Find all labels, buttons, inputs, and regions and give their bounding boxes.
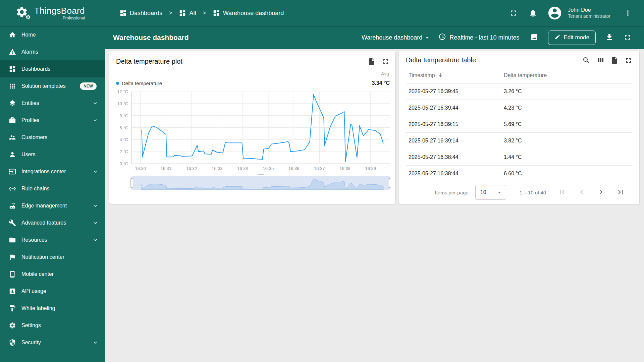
sidebar-item-mobile-center[interactable]: Mobile center — [0, 265, 105, 283]
timestamp-cell: 2025-05-27 16:39:15 — [406, 116, 504, 132]
breadcrumb-separator: > — [203, 10, 206, 16]
table-file-export-icon[interactable] — [610, 56, 619, 64]
avatar[interactable] — [547, 5, 562, 21]
sidebar-item-notification-center[interactable]: Notification center — [0, 248, 105, 265]
edge-management-icon — [9, 202, 16, 209]
column-header-delta-temperature[interactable]: Delta temperature — [504, 68, 633, 83]
value-cell: 6.60 °C — [504, 165, 633, 182]
sort-desc-icon — [438, 72, 443, 78]
chevron-down-icon — [92, 168, 99, 175]
sidebar-item-users[interactable]: Users — [0, 146, 105, 163]
x-tick-label: 16:38 — [339, 166, 351, 171]
timestamp-cell: 2025-05-27 16:39:14 — [406, 132, 504, 149]
x-tick-label: 16:37 — [314, 166, 325, 171]
sidebar-item-home[interactable]: Home — [0, 26, 105, 43]
toolbar-fullscreen-button[interactable] — [621, 31, 635, 45]
fullscreen-button[interactable] — [506, 6, 521, 20]
page-range-label: 1 – 10 of 40 — [520, 190, 546, 195]
profiles-icon — [9, 117, 16, 124]
app-name: ThingsBoard — [34, 6, 85, 15]
chart-file-export-icon[interactable] — [368, 58, 376, 66]
y-tick-label: 0 °C — [120, 161, 128, 166]
table-row[interactable]: 2025-05-27 16:38:441.44 °C — [406, 149, 633, 165]
brush-handle-left[interactable] — [130, 178, 133, 188]
dashboard-image-button[interactable] — [527, 31, 541, 45]
first-page-button[interactable] — [555, 185, 570, 200]
items-per-page-select[interactable]: 10 — [475, 185, 506, 200]
sidebar-item-entities[interactable]: Entities — [0, 95, 105, 112]
customers-icon — [9, 134, 16, 141]
sidebar-item-advanced-features[interactable]: Advanced features — [0, 214, 105, 231]
sidebar-item-integrations-center[interactable]: Integrations center — [0, 163, 105, 180]
brush-handle-right[interactable] — [388, 178, 391, 188]
entities-icon — [9, 100, 16, 107]
table-row[interactable]: 2025-05-27 16:39:453.26 °C — [406, 83, 633, 100]
y-tick-label: 12 °C — [117, 89, 128, 94]
edit-mode-button[interactable]: Edit mode — [548, 31, 596, 45]
value-cell: 1.44 °C — [504, 149, 633, 165]
sidebar-item-dashboards[interactable]: Dashboards — [0, 60, 105, 77]
integrations-center-icon — [9, 168, 16, 175]
timestamp-cell: 2025-05-27 16:38:44 — [406, 165, 504, 182]
sidebar-item-rule-chains[interactable]: Rule chains — [0, 180, 105, 197]
previous-page-button[interactable] — [574, 185, 589, 200]
breadcrumb-item-dashboards[interactable]: Dashboards — [119, 9, 162, 17]
breadcrumb-item-warehouse-dashboard[interactable]: Warehouse dashboard — [213, 9, 284, 17]
more-menu-button[interactable] — [621, 6, 635, 20]
chart-fullscreen-icon[interactable] — [382, 58, 390, 66]
user-menu[interactable]: John Doe Tenant administrator — [568, 7, 610, 19]
thingsboard-logo[interactable]: ThingsBoard Professional — [0, 6, 105, 20]
last-page-button[interactable] — [613, 185, 628, 200]
y-tick-label: 6 °C — [120, 125, 128, 130]
sidebar-item-profiles[interactable]: Profiles — [0, 112, 105, 129]
chevron-down-icon — [92, 220, 99, 226]
notifications-button[interactable] — [526, 6, 540, 20]
export-dashboard-button[interactable] — [602, 31, 616, 45]
table-row[interactable]: 2025-05-27 16:38:446.60 °C — [406, 165, 633, 182]
advanced-features-icon — [9, 219, 16, 227]
dashboard-icon — [213, 9, 220, 17]
table-widget-title: Delta temperature table — [406, 56, 476, 64]
breadcrumb-item-all[interactable]: All — [179, 9, 196, 17]
chart-widget-title: Delta temperature plot — [116, 58, 182, 65]
sidebar-item-settings[interactable]: Settings — [0, 317, 105, 334]
timewindow-button[interactable]: Realtime - last 10 minutes — [436, 31, 521, 44]
dashboard-select[interactable]: Warehouse dashboard — [360, 32, 432, 43]
sidebar-item-white-labeling[interactable]: White labeling — [0, 300, 105, 317]
brush-grip[interactable] — [258, 174, 264, 175]
legend-agg-header: Avg — [381, 71, 389, 77]
items-per-page-label: Items per page: — [435, 190, 470, 195]
column-header-timestamp[interactable]: Timestamp — [406, 68, 504, 83]
next-page-button[interactable] — [594, 185, 608, 200]
sidebar-item-alarms[interactable]: Alarms — [0, 43, 105, 60]
sidebar-item-edge-management[interactable]: Edge management — [0, 197, 105, 214]
sidebar-item-resources[interactable]: Resources — [0, 231, 105, 248]
sidebar-item-customers[interactable]: Customers — [0, 129, 105, 146]
table-row[interactable]: 2025-05-27 16:39:444.23 °C — [406, 100, 633, 116]
x-tick-label: 16:39 — [365, 166, 376, 171]
y-tick-label: 2 °C — [120, 149, 128, 154]
breadcrumb: Dashboards>All>Warehouse dashboard — [119, 9, 284, 17]
home-icon — [9, 31, 16, 39]
x-tick-label: 16:36 — [288, 166, 300, 171]
resources-icon — [9, 236, 16, 244]
value-cell: 3.82 °C — [504, 132, 633, 149]
table-view-columns-icon[interactable] — [596, 56, 604, 64]
legend-series-toggle[interactable]: Delta temperature — [116, 80, 162, 86]
chevron-down-icon — [92, 100, 99, 107]
chart-zoom-brush[interactable] — [131, 176, 390, 190]
timestamp-cell: 2025-05-27 16:38:44 — [406, 149, 504, 165]
table-fullscreen-icon[interactable] — [625, 56, 633, 64]
table-row[interactable]: 2025-05-27 16:39:143.82 °C — [406, 132, 633, 149]
page-title: Warehouse dashboard — [113, 34, 189, 42]
table-row[interactable]: 2025-05-27 16:39:155.69 °C — [406, 116, 633, 132]
table-search-icon[interactable] — [582, 56, 590, 64]
table-widget: Delta temperature table Timestamp Delta … — [399, 51, 639, 204]
legend-agg-value: 3.34 °C — [372, 80, 390, 86]
sidebar-item-api-usage[interactable]: API usage — [0, 283, 105, 300]
dashboard-icon — [119, 9, 127, 17]
sidebar-item-solution-templates[interactable]: Solution templatesNEW — [0, 77, 105, 95]
security-icon — [9, 339, 16, 346]
sidebar-item-security[interactable]: Security — [0, 334, 105, 351]
chevron-down-icon — [92, 117, 99, 124]
